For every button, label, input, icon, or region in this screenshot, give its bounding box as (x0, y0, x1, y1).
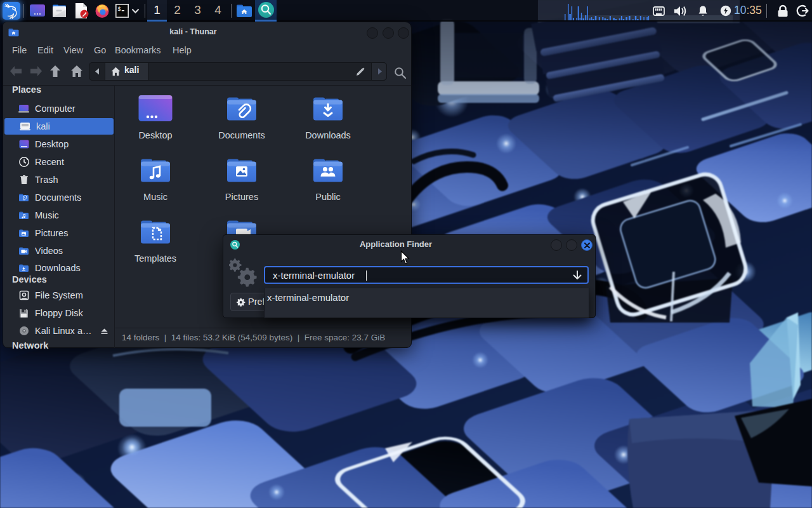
svg-text:$: $ (117, 6, 121, 13)
